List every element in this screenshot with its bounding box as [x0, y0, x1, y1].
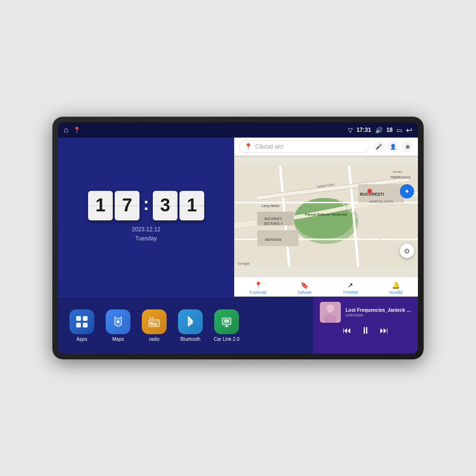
mic-icon[interactable]: 🎤: [373, 141, 385, 152]
app-item-radio[interactable]: FM radio: [140, 309, 169, 342]
map-footer-share[interactable]: ↗ Trimiteți: [343, 281, 358, 295]
carlink-label: Car Link 2.0: [214, 337, 239, 342]
status-bar: ⌂ 📍 ▽ 17:31 🔊 18 ▭ ↩: [58, 122, 418, 138]
app-item-apps[interactable]: Apps: [68, 309, 96, 342]
status-right: ▽ 17:31 🔊 18 ▭ ↩: [348, 126, 412, 135]
clock-separator: :: [143, 194, 149, 214]
map-footer: 📍 Explorați 🔖 Salvate ↗ Trimiteți 🔔: [234, 277, 418, 297]
map-footer-news[interactable]: 🔔 Noutăți: [389, 281, 403, 295]
map-footer-explore[interactable]: 📍 Explorați: [250, 281, 267, 295]
maps-nav-icon[interactable]: 📍: [73, 127, 80, 133]
status-left: ⌂ 📍: [64, 126, 80, 134]
layers-icon[interactable]: ⊕: [402, 141, 413, 152]
svg-text:Leroy Merlin: Leroy Merlin: [262, 204, 279, 208]
apps-row: Apps Maps: [58, 297, 313, 354]
music-title: Lost Frequencies_Janieck Devy-...: [346, 307, 411, 313]
music-thumbnail: [320, 302, 341, 323]
news-icon: 🔔: [392, 281, 400, 289]
music-play-button[interactable]: ⏸: [361, 326, 370, 335]
svg-point-34: [327, 305, 334, 312]
app-item-bluetooth[interactable]: Bluetooth: [176, 309, 205, 342]
map-compass-button[interactable]: ✦: [400, 184, 414, 198]
svg-text:Parcul Natural Văcărești: Parcul Natural Văcărești: [305, 212, 347, 217]
maps-icon: [106, 309, 130, 334]
svg-text:SECTORUL 4: SECTORUL 4: [264, 222, 283, 225]
svg-rect-22: [83, 323, 88, 327]
bottom-row: Apps Maps: [58, 297, 418, 354]
flip-clock: 1 7 : 3 1: [88, 191, 204, 220]
back-icon[interactable]: ↩: [406, 126, 412, 135]
battery-icon: ▭: [397, 127, 402, 134]
map-header: 📍 Căutați aici 🎤 👤 ⊕: [234, 138, 418, 156]
user-icon[interactable]: 👤: [387, 141, 399, 152]
saved-label: Salvate: [298, 290, 312, 295]
car-display-unit: ⌂ 📍 ▽ 17:31 🔊 18 ▭ ↩ 1: [52, 117, 424, 359]
svg-rect-19: [76, 316, 81, 321]
share-icon: ↗: [347, 281, 353, 289]
min-tens: 3: [153, 191, 178, 220]
map-pin-icon: 📍: [244, 143, 252, 150]
hours-group: 1 7: [88, 191, 139, 220]
app-item-maps[interactable]: Maps: [104, 309, 132, 342]
bluetooth-icon: [178, 309, 203, 334]
share-label: Trimiteți: [343, 290, 358, 295]
minutes-group: 3 1: [153, 191, 204, 220]
svg-text:BUCUREȘTI: BUCUREȘTI: [360, 192, 384, 197]
hour-ones: 7: [115, 191, 139, 220]
min-ones: 1: [179, 191, 204, 220]
bluetooth-label: Bluetooth: [180, 337, 200, 342]
day-text: Tuesday: [132, 234, 160, 243]
svg-text:BERCENI: BERCENI: [265, 238, 281, 242]
svg-text:TRAPEZULUI: TRAPEZULUI: [390, 176, 410, 179]
music-top: Lost Frequencies_Janieck Devy-... Unknow…: [320, 302, 411, 323]
svg-text:BUCUREȘTI: BUCUREȘTI: [265, 217, 282, 221]
radio-icon: FM: [142, 309, 167, 334]
map-footer-saved[interactable]: 🔖 Salvate: [298, 281, 312, 295]
date-text: 2023.12.12: [132, 225, 160, 234]
map-body: Parcul Natural Văcărești BUCUREȘTI JUDEȚ…: [234, 156, 418, 277]
svg-rect-30: [224, 319, 229, 323]
svg-line-27: [149, 317, 151, 319]
status-time: 17:31: [357, 127, 371, 133]
map-search-text: Căutați aici: [255, 143, 283, 150]
date-info: 2023.12.12 Tuesday: [132, 225, 160, 243]
maps-label: Maps: [112, 337, 124, 342]
map-header-icons: 🎤 👤 ⊕: [373, 141, 413, 152]
explore-icon: 📍: [254, 281, 262, 289]
top-row: 1 7 : 3 1 2023.12.12 Tuesday: [58, 138, 418, 297]
apps-label: Apps: [77, 337, 88, 342]
svg-line-28: [152, 317, 154, 319]
app-item-carlink[interactable]: Car Link 2.0: [212, 309, 241, 342]
apps-icon: [69, 309, 94, 334]
svg-point-26: [150, 322, 153, 325]
volume-icon: 🔊: [375, 127, 383, 134]
signal-icon: ▽: [348, 127, 353, 134]
svg-point-23: [117, 320, 119, 323]
music-controls: ⏮ ⏸ ⏭: [320, 326, 411, 335]
svg-point-2: [294, 198, 353, 239]
map-widget[interactable]: 📍 Căutați aici 🎤 👤 ⊕: [234, 138, 418, 297]
clock-widget: 1 7 : 3 1 2023.12.12 Tuesday: [58, 138, 234, 297]
svg-text:UZANA: UZANA: [393, 170, 402, 173]
music-prev-button[interactable]: ⏮: [343, 326, 351, 335]
music-info: Lost Frequencies_Janieck Devy-... Unknow…: [346, 307, 411, 317]
carlink-icon: [214, 309, 239, 334]
saved-icon: 🔖: [300, 281, 308, 289]
home-icon[interactable]: ⌂: [64, 126, 69, 134]
map-location-button[interactable]: ⊙: [400, 244, 414, 258]
screen: ⌂ 📍 ▽ 17:31 🔊 18 ▭ ↩ 1: [58, 122, 418, 354]
music-artist: Unknown: [346, 313, 411, 317]
news-label: Noutăți: [389, 290, 403, 295]
music-player: Lost Frequencies_Janieck Devy-... Unknow…: [313, 297, 418, 354]
battery-level: 18: [387, 127, 393, 133]
svg-text:JUDEȚUL ILFOV: JUDEȚUL ILFOV: [369, 200, 394, 204]
radio-label: radio: [149, 337, 159, 342]
svg-text:Google: Google: [238, 261, 250, 266]
svg-rect-20: [83, 316, 88, 321]
explore-label: Explorați: [250, 290, 267, 295]
map-search-bar[interactable]: 📍 Căutați aici: [239, 140, 369, 153]
hour-tens: 1: [88, 191, 113, 220]
music-next-button[interactable]: ⏭: [380, 326, 388, 335]
main-content: 1 7 : 3 1 2023.12.12 Tuesday: [58, 138, 418, 354]
svg-rect-21: [76, 323, 81, 327]
